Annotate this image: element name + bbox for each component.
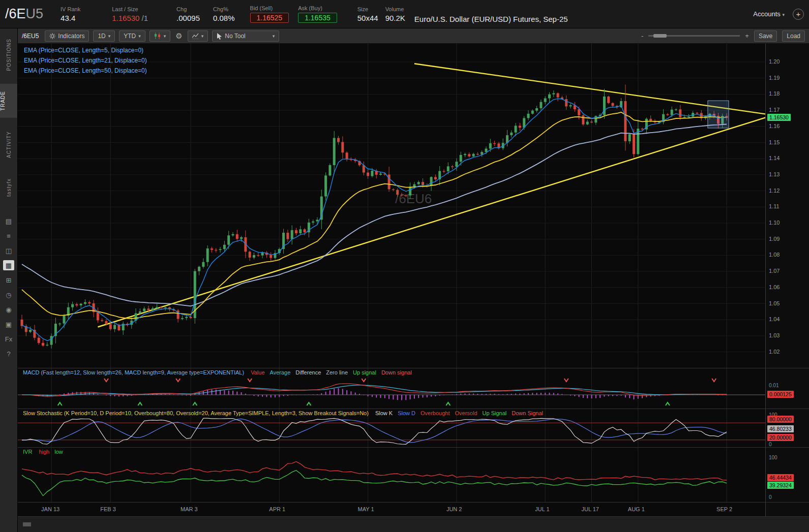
price-chart-canvas[interactable]: /6EU6	[18, 44, 765, 368]
save-button[interactable]: Save	[754, 30, 777, 42]
sidebar-tab-positions[interactable]: POSITIONS	[6, 32, 12, 78]
indicators-button[interactable]: Indicators	[45, 30, 89, 42]
stoch-title[interactable]: Slow Stochastic (K Period=10, D Period=1…	[23, 410, 369, 416]
volume-label: Volume	[385, 6, 404, 12]
bid-field: Bid (Sell) 1.16525	[250, 5, 289, 23]
last-size-label: Last / Size	[112, 6, 138, 12]
drawing-tool-dropdown[interactable]: No Tool ▾	[212, 30, 279, 42]
size-field: Size 50x44	[357, 6, 378, 22]
zoom-slider-handle[interactable]	[653, 34, 667, 38]
ivr-high-badge: 46.44434	[767, 474, 794, 481]
left-sidebar: POSITIONSTRADEACTIVITYtastyfx ▤≡◫▦⊞◷◉▣Fx…	[0, 28, 18, 532]
gear-icon[interactable]: ⚙	[174, 32, 183, 41]
price-tick: 1.10	[769, 220, 780, 226]
pattern-icon	[192, 33, 199, 39]
add-icon[interactable]: +	[793, 9, 804, 20]
legend-down-signal: Down Signal	[512, 410, 543, 416]
sidebar-tab-activity[interactable]: ACTIVITY	[6, 124, 12, 165]
watchlist-icon[interactable]: ≡	[3, 231, 14, 241]
sidebar-tab-trade[interactable]: TRADE	[0, 84, 17, 118]
time-axis-label: JAN 13	[41, 506, 59, 512]
iv-rank-label: IV Rank	[61, 6, 80, 12]
volume-field: Volume 90.2K	[385, 6, 405, 22]
instrument-description: Euro/U.S. Dollar (EUR/USD) Futures, Sep-…	[414, 15, 568, 28]
calendar-icon[interactable]: ▣	[3, 319, 14, 329]
load-button[interactable]: Load	[782, 30, 805, 42]
chart-icon[interactable]: ▦	[3, 260, 14, 270]
study-label[interactable]: EMA (Price=CLOSE, Length=5, Displace=0)	[24, 47, 147, 54]
last-price-badge: 1.16530	[767, 114, 791, 121]
accounts-dropdown[interactable]: Accounts ▾	[753, 10, 785, 18]
symbol-suffix: U5	[26, 6, 44, 21]
chg-pct-field: Chg% 0.08%	[213, 6, 235, 22]
sidebar-tab-tastyfx[interactable]: tastyfx	[6, 171, 12, 204]
social-icon[interactable]: ◉	[3, 304, 14, 315]
macd-axis: 0.01 0.000125	[765, 368, 809, 409]
chevron-down-icon: ▾	[201, 34, 204, 39]
compare-dropdown[interactable]: ▾	[188, 30, 208, 42]
ivr-panel: IVR highlow 100 46.44434 39.29324 0	[18, 447, 809, 502]
study-label[interactable]: EMA (Price=CLOSE, Length=21, Displace=0)	[24, 57, 147, 64]
chart-type-dropdown[interactable]: ▾	[149, 30, 171, 42]
history-icon[interactable]: ◷	[3, 290, 14, 300]
grid-icon[interactable]: ⊞	[3, 275, 14, 285]
range-dropdown[interactable]: YTD▾	[119, 30, 145, 42]
chart-region: /6EU5 Indicators 1D▾ YTD▾ ▾ ⚙	[18, 28, 809, 532]
timeframe-dropdown[interactable]: 1D▾	[93, 30, 115, 42]
stoch-axis-bottom: 0	[769, 442, 772, 447]
iv-rank-field: IV Rank 43.4	[61, 6, 80, 22]
macd-title[interactable]: MACD (Fast length=12, Slow length=26, MA…	[23, 369, 244, 375]
news-icon[interactable]: ▤	[3, 216, 14, 226]
study-label[interactable]: EMA (Price=CLOSE, Length=50, Displace=0)	[24, 67, 147, 74]
legend-average: Average	[270, 369, 291, 375]
last-size-field: Last / Size 1.16530 /1	[112, 6, 148, 22]
study-labels: EMA (Price=CLOSE, Length=5, Displace=0)E…	[24, 47, 147, 77]
price-tick: 1.03	[769, 332, 780, 339]
time-axis-corner	[765, 503, 809, 516]
analyze-icon[interactable]: ◫	[3, 245, 14, 256]
help-icon[interactable]: ?	[3, 349, 14, 359]
iv-rank-value: 43.4	[61, 14, 75, 22]
chevron-down-icon: ▾	[138, 34, 141, 39]
zoom-in-button[interactable]: +	[745, 32, 749, 40]
ivr-title[interactable]: IVR	[23, 449, 32, 455]
size-label: Size	[357, 6, 368, 12]
legend-slow-d: Slow D	[398, 410, 415, 416]
time-axis-label: AUG 1	[628, 506, 645, 512]
stoch-overbought-badge: 80.00000	[767, 416, 794, 423]
price-tick: 1.20	[769, 58, 780, 65]
zoom-out-button[interactable]: -	[641, 32, 643, 40]
ask-button[interactable]: 1.16535	[298, 13, 337, 23]
svg-text:/6EU6: /6EU6	[395, 191, 432, 206]
scrollbar-handle[interactable]	[23, 522, 31, 526]
price-tick: 1.08	[769, 252, 780, 258]
time-axis-label: JUL 17	[582, 506, 599, 512]
price-tick: 1.19	[769, 75, 780, 81]
sidebar-icons: ▤≡◫▦⊞◷◉▣Fx?	[3, 216, 14, 359]
bid-button[interactable]: 1.16525	[250, 13, 289, 23]
indicators-icon	[49, 33, 55, 39]
price-axis: 1.16530 1.021.031.041.051.061.071.081.09…	[765, 44, 809, 368]
ivr-axis-top: 100	[769, 455, 777, 460]
price-tick: 1.07	[769, 268, 780, 274]
quote-header: /6EU5 IV Rank 43.4 Last / Size 1.16530 /…	[0, 0, 809, 28]
size-value: 50x44	[357, 14, 378, 22]
fx-icon[interactable]: Fx	[3, 334, 14, 344]
legend-down-signal: Down signal	[381, 369, 412, 375]
stochastic-panel: Slow Stochastic (K Period=10, D Period=1…	[18, 409, 809, 447]
price-tick: 1.14	[769, 155, 780, 162]
ivr-low-badge: 39.29324	[767, 482, 794, 489]
zoom-slider[interactable]	[648, 35, 740, 37]
time-axis: JAN 13FEB 3MAR 3APR 1MAY 1JUN 2JUL 1JUL …	[18, 502, 809, 516]
stoch-oversold-badge: 20.00000	[767, 434, 794, 441]
ivr-canvas[interactable]	[18, 448, 765, 503]
time-axis-label: FEB 3	[100, 506, 116, 512]
macd-legend: ValueAverageDifferenceZero lineUp signal…	[246, 369, 412, 375]
price-tick: 1.18	[769, 90, 780, 97]
last-value: 1.16530	[112, 14, 139, 22]
toolbar-symbol: /6EU5	[22, 33, 39, 40]
time-axis-label: MAY 1	[358, 506, 374, 512]
stoch-current-badge: 46.80233	[767, 425, 794, 432]
legend-value: Value	[251, 369, 264, 375]
legend-zero-line: Zero line	[326, 369, 348, 375]
